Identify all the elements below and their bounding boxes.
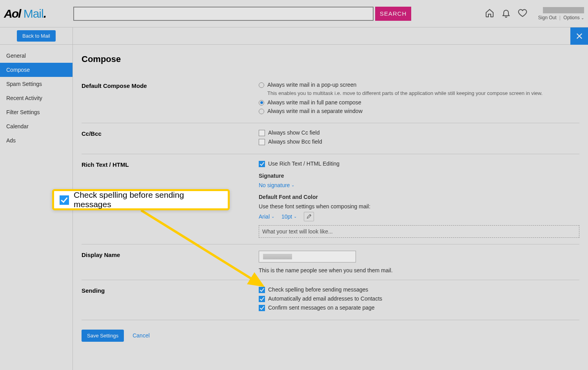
label-compose-mode: Default Compose Mode xyxy=(82,82,259,117)
logo-aol: Aol xyxy=(4,7,20,20)
notifications-icon[interactable] xyxy=(501,8,511,19)
section-ccbcc: Cc/Bcc Always show Cc field Always show … xyxy=(82,123,579,154)
checkbox-auto-contacts-label: Automatically add email addresses to Con… xyxy=(268,295,382,302)
font-preview: What your text will look like... xyxy=(259,225,579,238)
display-name-input[interactable] xyxy=(259,251,356,262)
callout-text: Check spelling before sending messages xyxy=(74,190,222,209)
aol-mail-logo: Aol Mail. xyxy=(4,7,46,20)
user-block: Sign Out | Options ⌄ xyxy=(538,7,584,20)
label-display-name: Display Name xyxy=(82,251,259,273)
chevron-down-icon: ⌄ xyxy=(294,214,297,219)
footer-buttons: Save Settings Cancel xyxy=(82,330,579,342)
label-ccbcc: Cc/Bcc xyxy=(82,129,259,148)
checkbox-check-spelling-label: Check spelling before sending messages xyxy=(268,286,368,293)
topbar-right xyxy=(73,27,588,44)
pencil-icon xyxy=(307,214,312,219)
checkbox-confirm-sent[interactable] xyxy=(259,305,265,311)
font-heading: Default Font and Color xyxy=(259,194,579,200)
checkbox-show-bcc-label: Always show Bcc field xyxy=(268,139,322,145)
radio-separate[interactable] xyxy=(259,109,264,114)
section-compose-mode: Default Compose Mode Always write mail i… xyxy=(82,75,579,123)
sidebar-item-general[interactable]: General xyxy=(0,49,73,63)
back-to-mail-button[interactable]: Back to Mail xyxy=(17,30,56,42)
chevron-down-icon: ⌄ xyxy=(291,183,294,187)
checkbox-show-bcc[interactable] xyxy=(259,139,265,145)
search-button[interactable]: SEARCH xyxy=(375,7,411,21)
section-sending: Sending Check spelling before sending me… xyxy=(82,280,579,320)
page-title: Compose xyxy=(82,54,579,64)
topbar-left: Back to Mail xyxy=(0,27,73,44)
sidebar-item-ads[interactable]: Ads xyxy=(0,133,73,148)
radio-popup-desc: This enables you to multitask i.e. move … xyxy=(267,90,579,97)
display-name-redacted xyxy=(263,254,292,259)
sidebar-item-spam[interactable]: Spam Settings xyxy=(0,77,73,91)
font-desc: Use these font settings when composing m… xyxy=(259,203,579,210)
sign-out-link[interactable]: Sign Out xyxy=(538,15,557,20)
radio-fullpane[interactable] xyxy=(259,100,264,106)
settings-topbar: Back to Mail xyxy=(0,27,588,45)
checkbox-use-richtext[interactable] xyxy=(259,161,265,167)
font-color-button[interactable] xyxy=(304,212,314,221)
font-name-dropdown[interactable]: Arial ⌄ xyxy=(259,213,274,220)
radio-popup-label: Always write mail in a pop-up screen xyxy=(267,82,356,88)
font-size-dropdown[interactable]: 10pt ⌄ xyxy=(281,213,297,220)
save-settings-button[interactable]: Save Settings xyxy=(82,330,124,342)
search-input[interactable] xyxy=(73,7,374,21)
separator: | xyxy=(559,15,561,20)
radio-popup[interactable] xyxy=(259,82,264,88)
app-header: Aol Mail. SEARCH Sign Out | Options ⌄ xyxy=(0,0,588,27)
section-display-name: Display Name This is the name people see… xyxy=(82,244,579,280)
cancel-link[interactable]: Cancel xyxy=(132,332,150,339)
search-wrap: SEARCH xyxy=(73,7,411,21)
home-icon[interactable] xyxy=(485,8,494,19)
label-sending: Sending xyxy=(82,286,259,313)
radio-separate-label: Always write mail in a separate window xyxy=(267,108,363,114)
logo-dot: . xyxy=(44,7,46,20)
signature-dropdown[interactable]: No signature ⌄ xyxy=(259,182,294,188)
header-icons: Sign Out | Options ⌄ xyxy=(485,7,584,20)
signature-heading: Signature xyxy=(259,173,579,179)
sidebar-item-calendar[interactable]: Calendar xyxy=(0,119,73,133)
favorite-icon[interactable] xyxy=(518,8,527,19)
display-name-help: This is the name people see when you sen… xyxy=(259,267,579,273)
checkbox-show-cc[interactable] xyxy=(259,130,265,136)
callout-checkbox xyxy=(60,195,69,205)
checkbox-show-cc-label: Always show Cc field xyxy=(268,129,320,136)
chevron-down-icon: ⌄ xyxy=(271,214,274,219)
checkbox-use-richtext-label: Use Rich Text / HTML Editing xyxy=(268,160,339,167)
callout-highlight: Check spelling before sending messages xyxy=(52,189,230,210)
radio-fullpane-label: Always write mail in full pane compose xyxy=(267,99,361,106)
close-button[interactable] xyxy=(570,27,588,45)
close-icon xyxy=(576,33,583,40)
logo-mail: Mail xyxy=(20,7,43,20)
sidebar-item-compose[interactable]: Compose xyxy=(0,63,73,77)
checkbox-confirm-sent-label: Confirm sent messages on a separate page xyxy=(268,304,375,311)
checkbox-check-spelling[interactable] xyxy=(259,287,265,293)
options-link[interactable]: Options ⌄ xyxy=(563,15,584,20)
checkbox-auto-contacts[interactable] xyxy=(259,296,265,302)
sidebar-item-filter[interactable]: Filter Settings xyxy=(0,105,73,119)
sidebar-item-recent-activity[interactable]: Recent Activity xyxy=(0,91,73,105)
user-name-redacted xyxy=(543,7,584,13)
chevron-down-icon: ⌄ xyxy=(581,16,584,20)
